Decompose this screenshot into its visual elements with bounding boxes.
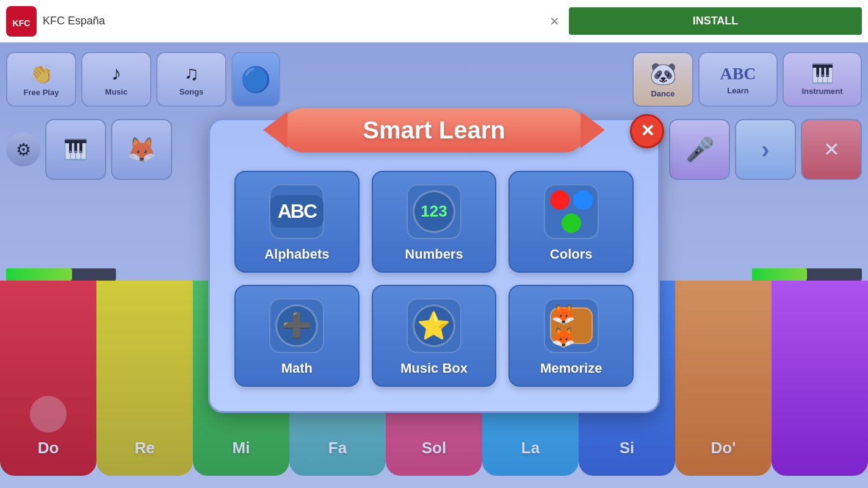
memorize-icon-container: 🦊🦊	[544, 298, 599, 353]
musicbox-icon-container: ⭐	[407, 298, 461, 353]
modal-close-icon: ✕	[640, 121, 654, 141]
ad-logo: KFC	[6, 6, 37, 37]
modal-card-memorize[interactable]: 🦊🦊 Memorize	[508, 285, 634, 387]
modal-card-numbers[interactable]: 123 Numbers	[372, 171, 497, 273]
modal-close-button[interactable]: ✕	[630, 114, 664, 148]
memorize-label: Memorize	[540, 361, 602, 376]
modal-overlay: Smart Learn ✕ ABC Alphabets 123	[0, 43, 868, 488]
abc-text-icon: ABC	[270, 195, 324, 228]
numbers-icon: 123	[407, 184, 461, 239]
math-icon-container: ➕	[269, 298, 324, 353]
modal-card-colors[interactable]: Colors	[508, 171, 634, 273]
numbers-label: Numbers	[405, 246, 463, 262]
colors-dots-icon	[550, 190, 593, 233]
colors-label: Colors	[550, 246, 593, 262]
alphabets-icon: ABC	[269, 184, 324, 239]
ad-install-button[interactable]: INSTALL	[569, 7, 862, 35]
alphabets-label: Alphabets	[264, 246, 329, 262]
modal-title-banner: Smart Learn	[281, 108, 587, 152]
modal-card-musicbox[interactable]: ⭐ Music Box	[372, 285, 497, 387]
memorize-fox-icon: 🦊🦊	[550, 307, 593, 344]
ad-close-icon[interactable]: ✕	[549, 14, 560, 29]
math-label: Math	[281, 361, 313, 376]
ad-banner: KFC KFC España ✕ INSTALL	[0, 0, 868, 43]
math-plus-icon: ➕	[275, 304, 318, 347]
colors-icon-container	[544, 184, 599, 239]
game-area: 👏 Free Play ♪ Music ♫ Songs 🔵 🐼 Dance AB…	[0, 43, 868, 488]
modal-grid: ABC Alphabets 123 Numbers	[234, 171, 634, 387]
ad-brand-name: KFC España	[43, 15, 296, 27]
musicbox-label: Music Box	[400, 361, 468, 376]
modal-card-alphabets[interactable]: ABC Alphabets	[234, 171, 360, 273]
numbers-text-icon: 123	[413, 190, 455, 233]
modal-title-text: Smart Learn	[363, 117, 505, 143]
modal-card-math[interactable]: ➕ Math	[234, 285, 360, 387]
smart-learn-modal: Smart Learn ✕ ABC Alphabets 123	[208, 118, 660, 413]
musicbox-star-icon: ⭐	[413, 304, 455, 347]
svg-text:KFC: KFC	[13, 18, 31, 28]
